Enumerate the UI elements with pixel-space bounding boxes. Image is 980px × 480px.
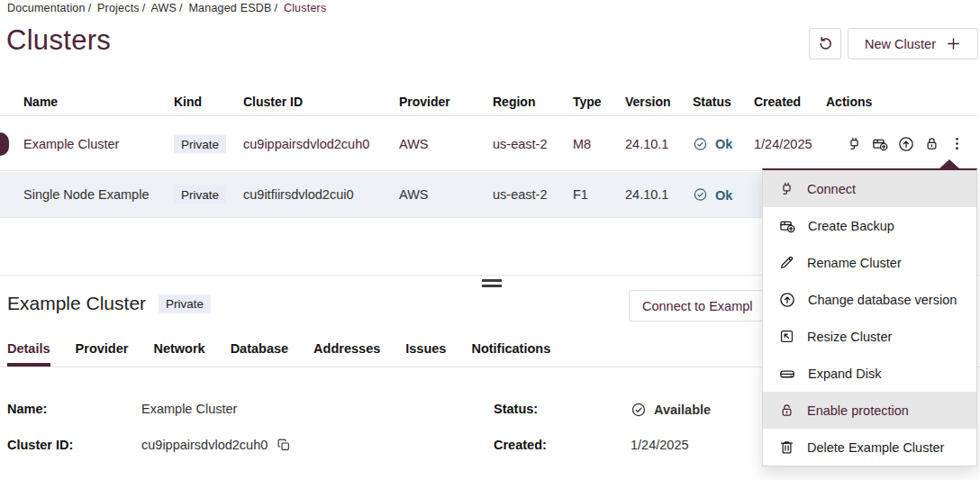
menu-item-label: Enable protection — [807, 403, 909, 418]
status-text: Ok — [715, 137, 732, 151]
lock-icon[interactable] — [923, 135, 940, 152]
menu-item-create-backup[interactable]: Create Backup — [763, 207, 976, 244]
breadcrumb-separator: / — [88, 2, 92, 14]
menu-item-label: Connect — [807, 182, 856, 196]
field-created-label: Created: — [494, 438, 547, 452]
create-backup-icon — [778, 217, 796, 235]
menu-item-label: Rename Cluster — [807, 256, 902, 270]
breadcrumb-item-clusters[interactable]: Clusters — [284, 2, 326, 14]
cell-status: Ok — [693, 187, 732, 203]
check-circle-icon — [693, 187, 708, 203]
tab-details[interactable]: Details — [7, 341, 50, 364]
check-circle-icon — [693, 136, 708, 151]
create-backup-icon[interactable] — [871, 135, 889, 153]
new-cluster-label: New Cluster — [865, 37, 936, 51]
cell-name: Example Cluster — [23, 137, 119, 151]
status-text: Ok — [715, 187, 732, 202]
cell-provider: AWS — [399, 137, 429, 151]
menu-item-label: Delete Example Cluster — [807, 440, 944, 455]
tab-provider[interactable]: Provider — [76, 341, 129, 364]
tab-addresses[interactable]: Addresses — [313, 341, 380, 364]
breadcrumb-item-documentation[interactable]: Documentation — [7, 2, 86, 14]
check-circle-icon — [631, 402, 647, 418]
menu-item-rename-cluster[interactable]: Rename Cluster — [763, 244, 976, 281]
menu-item-change-database-version[interactable]: Change database version — [763, 281, 976, 318]
cluster-id-text: cu9ippairsdvlod2cuh0 — [141, 438, 268, 452]
column-header-kind: Kind — [174, 95, 202, 109]
menu-item-label: Resize Cluster — [807, 330, 892, 344]
cell-region: us-east-2 — [493, 137, 547, 151]
tab-issues[interactable]: Issues — [405, 341, 446, 364]
breadcrumb-separator: / — [179, 2, 183, 14]
column-header-name: Name — [23, 95, 58, 109]
column-header-created: Created — [754, 95, 801, 109]
plug-icon[interactable] — [846, 135, 863, 152]
kind-badge: Private — [174, 134, 226, 153]
arrow-up-circle-icon[interactable] — [897, 135, 915, 153]
cell-type: F1 — [573, 187, 588, 202]
cell-cluster-id: cu9ippairsdvlod2cuh0 — [243, 137, 369, 151]
column-header-status: Status — [693, 95, 731, 109]
menu-item-enable-protection[interactable]: Enable protection — [763, 392, 976, 429]
menu-item-resize-cluster[interactable]: Resize Cluster — [763, 318, 976, 355]
cell-name: Single Node Example — [23, 187, 149, 202]
field-status-value: Available — [631, 402, 711, 418]
caret-up — [939, 159, 960, 169]
pencil-icon — [778, 254, 795, 271]
kebab-icon[interactable] — [948, 135, 966, 152]
breadcrumb-separator: / — [142, 2, 146, 14]
disk-icon — [778, 365, 796, 383]
plus-icon — [946, 36, 961, 51]
field-name-value: Example Cluster — [141, 402, 237, 416]
menu-item-label: Change database version — [808, 293, 957, 307]
detail-kind-badge: Private — [159, 294, 211, 313]
tab-database[interactable]: Database — [231, 341, 288, 364]
plug-icon — [778, 180, 795, 197]
column-header-type: Type — [573, 95, 602, 109]
breadcrumb-item-aws[interactable]: AWS — [151, 2, 177, 14]
cluster-actions-menu: Connect Create Backup Rename Cluster — [762, 168, 977, 466]
cell-type: M8 — [573, 137, 591, 151]
breadcrumb-item-managed-esdb[interactable]: Managed ESDB — [188, 2, 271, 14]
refresh-icon — [817, 35, 834, 52]
column-header-provider: Provider — [399, 95, 450, 109]
field-cluster-id-label: Cluster ID: — [7, 438, 73, 452]
column-header-actions: Actions — [826, 95, 872, 109]
cell-region: us-east-2 — [493, 187, 547, 202]
breadcrumb-separator: / — [275, 2, 278, 14]
copy-icon[interactable] — [277, 438, 291, 452]
breadcrumb-item-projects[interactable]: Projects — [97, 2, 140, 14]
table-header: Name Kind Cluster ID Provider Region Typ… — [0, 90, 977, 116]
cell-version: 24.10.1 — [625, 187, 668, 202]
table-row-example-cluster[interactable]: Example Cluster Private cu9ippairsdvlod2… — [0, 117, 977, 171]
column-header-cluster-id: Cluster ID — [243, 95, 303, 109]
new-cluster-button[interactable]: New Cluster — [848, 28, 978, 59]
field-created-value: 1/24/2025 — [631, 438, 689, 452]
cell-provider: AWS — [399, 187, 429, 202]
drag-handle[interactable] — [482, 279, 502, 290]
menu-item-delete-cluster[interactable]: Delete Example Cluster — [763, 429, 976, 466]
field-name-label: Name: — [7, 402, 47, 416]
menu-item-label: Expand Disk — [808, 367, 881, 381]
field-status-label: Status: — [494, 402, 538, 416]
cell-created: 1/24/2025 — [754, 137, 812, 151]
row-actions — [846, 135, 966, 153]
detail-tabs: Details Provider Network Database Addres… — [7, 341, 550, 364]
connect-button-label: Connect to Exampl — [642, 299, 753, 313]
status-text: Available — [654, 403, 711, 417]
trash-icon — [778, 439, 795, 456]
resize-icon — [778, 328, 795, 345]
cell-status: Ok — [693, 136, 732, 151]
tab-network[interactable]: Network — [153, 341, 204, 364]
menu-item-expand-disk[interactable]: Expand Disk — [763, 355, 976, 392]
detail-title: Example Cluster — [7, 293, 146, 314]
menu-item-label: Create Backup — [808, 219, 894, 233]
tab-notifications[interactable]: Notifications — [471, 341, 550, 364]
refresh-button[interactable] — [809, 28, 841, 59]
page-title: Clusters — [6, 24, 111, 57]
menu-item-connect[interactable]: Connect — [763, 170, 976, 207]
arrow-up-circle-icon — [778, 291, 796, 309]
cell-version: 24.10.1 — [625, 137, 668, 151]
field-cluster-id-value: cu9ippairsdvlod2cuh0 — [141, 438, 291, 452]
lock-icon — [778, 402, 795, 419]
